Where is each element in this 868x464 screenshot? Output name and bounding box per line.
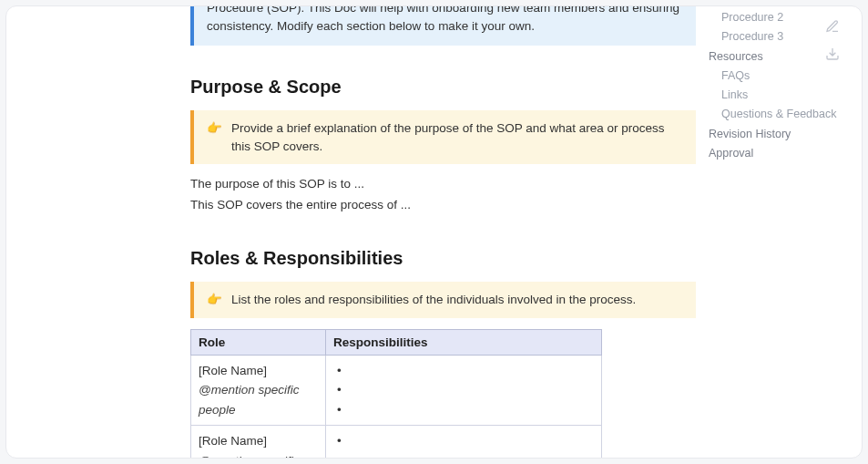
intro-line2: consistency. Modify each section below t… (207, 19, 535, 33)
purpose-body-1[interactable]: The purpose of this SOP is to ... (190, 175, 696, 194)
roles-callout-text: List the roles and responsibilities of t… (231, 291, 636, 309)
roles-callout: 👉 List the roles and responsibilities of… (190, 282, 696, 318)
purpose-heading: Purpose & Scope (190, 77, 696, 98)
outline-item[interactable]: FAQs (709, 67, 845, 86)
pointer-icon: 👉 (207, 291, 222, 309)
outline-item[interactable]: Approval (709, 144, 845, 163)
role-mention: @mention specific people (199, 383, 300, 417)
role-header: Role (191, 329, 326, 355)
pointer-icon: 👉 (207, 119, 222, 138)
purpose-body-2[interactable]: This SOP covers the entire process of ..… (190, 196, 696, 215)
edit-icon[interactable] (825, 19, 840, 34)
purpose-callout-text: Provide a brief explanation of the purpo… (231, 119, 683, 155)
download-icon[interactable] (825, 46, 840, 61)
outline-item[interactable]: Questions & Feedback (709, 105, 845, 124)
table-row[interactable]: [Role Name] @mention specific people (191, 355, 602, 426)
roles-heading: Roles & Responsibilities (190, 248, 696, 269)
roles-table: Role Responsibilities [Role Name] @menti… (190, 329, 602, 459)
document-window: Procedure (SOP). This Doc will help with… (5, 5, 863, 459)
outline-item[interactable]: Revision History (709, 125, 845, 144)
document-body: Procedure (SOP). This Doc will help with… (190, 5, 696, 459)
responsibilities-cell[interactable] (326, 355, 602, 426)
table-row[interactable]: [Role Name] @mention specific people (191, 426, 602, 459)
purpose-callout: 👉 Provide a brief explanation of the pur… (190, 110, 696, 164)
intro-line1: Procedure (SOP). This Doc will help with… (207, 5, 679, 15)
intro-callout: Procedure (SOP). This Doc will help with… (190, 5, 696, 46)
responsibilities-cell[interactable] (326, 426, 602, 459)
role-mention: @mention specific people (199, 454, 300, 459)
role-name: [Role Name] (199, 434, 267, 448)
role-name: [Role Name] (199, 364, 267, 377)
responsibilities-header: Responsibilities (326, 329, 602, 355)
outline-item[interactable]: Links (709, 86, 845, 105)
